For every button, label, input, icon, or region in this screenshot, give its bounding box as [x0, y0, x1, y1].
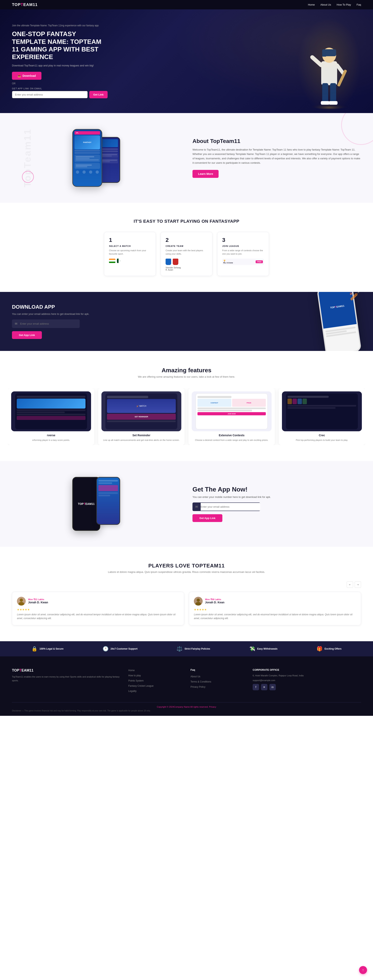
feature-phone-4 — [282, 391, 362, 431]
review-1-header: Won ₹21 Lakhs Jonah D. Kwan — [17, 597, 179, 606]
review-1-text: Lorem ipsum dolor sit amet, consectetur … — [17, 613, 179, 620]
jersey-blue — [165, 259, 171, 265]
trust-label-2: 24x7 Customer Support — [111, 648, 138, 650]
get-app-title: Get The App Now! — [192, 486, 361, 493]
social-twitter[interactable]: ✕ — [261, 684, 267, 690]
hero-title: ONE-STOP FANTASY TEMPLATE NAME: TOPTEAM … — [12, 30, 108, 61]
social-facebook[interactable]: f — [252, 684, 259, 690]
social-linkedin[interactable]: in — [269, 684, 276, 690]
features-desc: We are offering some amazing features to… — [8, 375, 365, 378]
svg-rect-4 — [322, 54, 326, 57]
trust-icon-1: 🔒 — [32, 646, 38, 652]
review-1-name: Jonah D. Kwan — [28, 601, 48, 604]
review-2-won: Won ₹58 Lakhs — [205, 598, 224, 601]
hero-cricket-image — [297, 18, 361, 113]
footer-logo: TOPTEAM11 — [12, 668, 121, 673]
feature-2-text: Line up all match announcements and get … — [102, 439, 181, 442]
jersey-red — [173, 259, 178, 265]
download-desc: You can enter your email address here to… — [12, 312, 361, 315]
nav-faq[interactable]: Faq — [357, 3, 361, 6]
review-2-text: Lorem ipsum dolor sit amet, consectetur … — [194, 613, 356, 620]
about-content: About TopTeam11 Welcome to TopTeam11, th… — [192, 138, 361, 178]
download-input-row: ✉ — [12, 320, 80, 328]
hero-subtitle: Join the ultimate Template Name: TopTeam… — [12, 24, 108, 27]
trust-label-1: 100% Legal & Secure — [40, 648, 63, 650]
step-2-title: CREATE TEAM — [165, 245, 208, 247]
learn-more-button[interactable]: Learn More — [192, 170, 219, 178]
feature-3-text: Choose a desired contest from a wide ran… — [192, 439, 271, 442]
review-1-avatar — [17, 597, 26, 606]
features-title: Amazing features — [8, 367, 365, 374]
svg-rect-1 — [321, 61, 337, 85]
svg-rect-8 — [322, 83, 328, 103]
get-link-button[interactable]: Get Link — [89, 91, 108, 98]
feature-phone-1 — [11, 391, 91, 431]
footer-brand: TOPTEAM11 TopTeam11 enables the users to… — [12, 668, 121, 694]
feature-card-1: rverse erforming player in a tasy score … — [8, 388, 94, 445]
review-2-header: Won ₹58 Lakhs Jonah D. Kean — [194, 597, 356, 606]
hero-email-input[interactable] — [12, 91, 88, 98]
svg-rect-10 — [321, 101, 330, 105]
reviews-grid: Won ₹21 Lakhs Jonah D. Kwan ★★★★★ Lorem … — [12, 592, 361, 625]
svg-rect-11 — [329, 101, 338, 105]
review-2-stars: ★★★★★ — [194, 608, 356, 611]
get-app-phone-right — [96, 477, 120, 525]
feature-1-text: erforming player in a tasy score points. — [11, 439, 91, 442]
footer-copyright-link[interactable]: Privacy — [209, 706, 216, 708]
step-1-desc: Choose an upcoming match from your favou… — [109, 249, 151, 255]
get-app-button[interactable]: Get App Link — [12, 331, 42, 339]
feature-card-3: CONTEST PRIZE JOIN NOW Extensive Contest… — [189, 388, 275, 445]
steps-grid: 1 SELECT A MATCH Choose an upcoming matc… — [12, 232, 361, 276]
footer-link-howtoplay[interactable]: How to play — [128, 674, 141, 677]
svg-line-5 — [312, 57, 321, 65]
trust-label-3: Strict Fairplay Policies — [184, 648, 210, 650]
step-3-league: 🏆 Rs. 5 Crore FREE — [222, 259, 264, 265]
review-1-stars: ★★★★★ — [17, 608, 179, 611]
download-title: DOWNLOAD APP — [12, 304, 361, 310]
download-email-input[interactable] — [20, 320, 80, 328]
step-3-title: JOIN LEAGUE — [222, 245, 264, 247]
download-banner-content: DOWNLOAD APP You can enter your email ad… — [12, 304, 361, 339]
steps-heading: IT'S EASY TO START PLAYING ON FANTASYAPP — [12, 219, 361, 224]
footer-link-terms[interactable]: Terms & Conditions — [190, 680, 211, 683]
footer-office-title: CORPORATE OFFICE — [252, 668, 361, 671]
trust-item-4: 💸 Easy Withdrawals — [249, 646, 278, 652]
trust-item-2: 🕐 24x7 Customer Support — [103, 646, 138, 652]
feature-2-title: Set Reminder — [102, 434, 181, 437]
download-button[interactable]: 📥 Download — [12, 72, 41, 80]
footer-link-points[interactable]: Points System — [128, 679, 144, 682]
download-icon: 📥 — [17, 74, 21, 77]
phone-screen-blue: IPL FANTASY — [73, 130, 102, 186]
trust-item-3: ⚖️ Strict Fairplay Policies — [176, 646, 210, 652]
nav-about[interactable]: About Us — [321, 3, 331, 6]
footer-link-fantasy[interactable]: Fantasy Cricket League — [128, 684, 154, 687]
trust-label-5: Exciting Offers — [325, 648, 341, 650]
footer-email: support@example.com — [252, 679, 361, 681]
step-2-player2: R. Azam — [165, 269, 208, 271]
review-card-2: Won ₹58 Lakhs Jonah D. Kean ★★★★★ Lorem … — [189, 592, 361, 625]
footer-link-home[interactable]: Home — [128, 669, 135, 672]
review-prev-button[interactable]: ← — [347, 581, 353, 588]
step-1-title: SELECT A MATCH — [109, 245, 151, 247]
footer-office-col: CORPORATE OFFICE 6, Hotel Marathi Comple… — [252, 668, 361, 694]
get-app-link-button[interactable]: Get App Link — [192, 514, 222, 522]
get-app-phones: TOPTEAM11 — [12, 477, 181, 531]
about-title: About TopTeam11 — [192, 138, 361, 144]
features-grid: rverse erforming player in a tasy score … — [8, 388, 365, 445]
step-3-desc: From a wide range of contests choose the… — [222, 249, 264, 255]
navbar-logo: TOPTEAM11 — [12, 2, 38, 7]
footer-link-legality[interactable]: Legality — [128, 690, 137, 692]
hero-email-label: GET APP LINK ON EMAIL — [12, 88, 108, 90]
trust-label-4: Easy Withdrawals — [257, 648, 278, 650]
footer-desc: TopTeam11 enables the users to earn mone… — [12, 675, 121, 682]
nav-home[interactable]: Home — [308, 3, 315, 6]
footer-link-aboutus[interactable]: About Us — [190, 675, 200, 678]
review-1-won: Won ₹21 Lakhs — [28, 598, 48, 601]
footer-nav-col: Home How to play Points System Fantasy C… — [128, 668, 183, 694]
review-next-button[interactable]: → — [355, 581, 361, 588]
get-app-email-input[interactable] — [201, 503, 260, 511]
reviews-desc: Labore et dolore magna aliqua. Quis ipsu… — [12, 570, 361, 573]
nav-howtoplay[interactable]: How To Play — [337, 3, 351, 6]
footer-link-privacy[interactable]: Privacy Policy — [190, 686, 205, 688]
trust-icon-4: 💸 — [249, 646, 255, 652]
